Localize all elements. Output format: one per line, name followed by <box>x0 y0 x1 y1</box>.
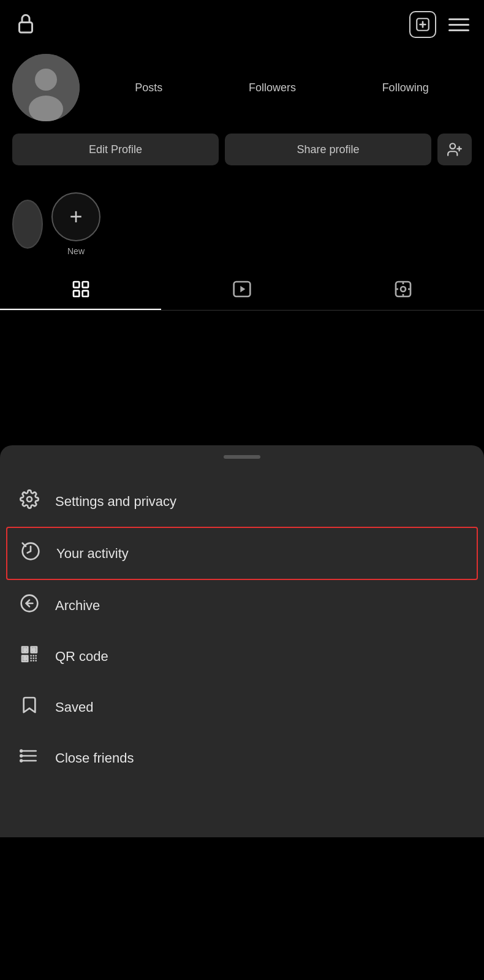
tab-grid[interactable] <box>0 268 161 310</box>
svg-rect-30 <box>24 649 26 651</box>
menu-item-saved[interactable]: Saved <box>0 682 484 733</box>
svg-point-46 <box>20 755 22 757</box>
posts-label: Posts <box>135 81 162 94</box>
avatar[interactable] <box>12 54 80 121</box>
close-friends-icon <box>18 746 40 770</box>
menu-button[interactable] <box>448 18 469 31</box>
drawer-handle <box>224 455 260 459</box>
followers-label: Followers <box>249 81 296 94</box>
svg-point-7 <box>450 143 455 149</box>
activity-label: Your activity <box>56 546 129 562</box>
add-story-circle[interactable]: + <box>51 192 100 241</box>
svg-marker-15 <box>240 286 245 293</box>
story-partial-left[interactable] <box>12 200 43 249</box>
top-bar-actions <box>409 11 469 38</box>
svg-point-47 <box>20 760 22 762</box>
menu-item-activity[interactable]: Your activity <box>6 527 478 580</box>
new-story-label: New <box>67 246 85 256</box>
close-friends-label: Close friends <box>55 750 134 766</box>
menu-item-qrcode[interactable]: QR code <box>0 631 484 682</box>
svg-point-5 <box>35 69 57 91</box>
posts-stat[interactable]: Posts <box>135 81 162 94</box>
saved-icon <box>18 695 40 719</box>
bottom-drawer: Settings and privacy Your activity Archi… <box>0 445 484 837</box>
qrcode-icon <box>18 644 40 668</box>
tab-bar <box>0 268 484 311</box>
profile-info-row: Posts Followers Following <box>12 54 472 121</box>
svg-rect-31 <box>32 649 35 651</box>
posts-area <box>0 311 484 445</box>
svg-point-22 <box>27 497 32 502</box>
svg-line-24 <box>23 543 26 546</box>
settings-icon <box>18 489 40 513</box>
svg-rect-12 <box>74 291 79 296</box>
top-bar <box>0 0 484 44</box>
settings-label: Settings and privacy <box>55 494 176 510</box>
share-profile-button[interactable]: Share profile <box>225 134 431 165</box>
svg-rect-10 <box>74 282 79 287</box>
menu-item-archive[interactable]: Archive <box>0 580 484 631</box>
archive-label: Archive <box>55 598 100 614</box>
svg-point-45 <box>20 750 22 752</box>
stats-row: Posts Followers Following <box>92 81 472 94</box>
menu-item-close-friends[interactable]: Close friends <box>0 733 484 783</box>
add-story-icon: + <box>69 206 82 228</box>
tab-reels[interactable] <box>161 268 322 310</box>
svg-rect-11 <box>82 282 88 287</box>
followers-stat[interactable]: Followers <box>249 81 296 94</box>
lock-icon <box>15 12 37 37</box>
qrcode-label: QR code <box>55 649 108 665</box>
svg-point-6 <box>29 96 63 121</box>
create-post-button[interactable] <box>409 11 436 38</box>
menu-item-settings[interactable]: Settings and privacy <box>0 476 484 527</box>
svg-rect-0 <box>20 23 32 33</box>
edit-profile-button[interactable]: Edit Profile <box>12 134 219 165</box>
tab-tagged[interactable] <box>323 268 484 310</box>
following-label: Following <box>382 81 429 94</box>
activity-icon <box>20 541 42 565</box>
svg-point-17 <box>401 287 406 292</box>
action-buttons: Edit Profile Share profile <box>12 134 472 165</box>
profile-section: Posts Followers Following Edit Profile S… <box>0 44 484 186</box>
add-friend-button[interactable] <box>437 134 472 165</box>
saved-label: Saved <box>55 699 93 715</box>
svg-rect-13 <box>82 291 88 296</box>
following-stat[interactable]: Following <box>382 81 429 94</box>
svg-rect-32 <box>24 657 26 660</box>
stories-row: + New <box>0 186 484 268</box>
new-story-button[interactable]: + New <box>51 192 100 256</box>
archive-icon <box>18 594 40 617</box>
